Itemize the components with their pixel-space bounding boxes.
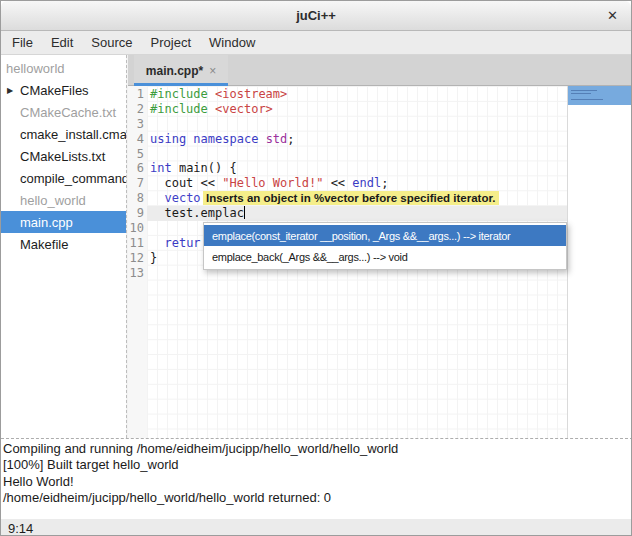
completion-item-1[interactable]: emplace_back(_Args &&__args...) --> void [204, 246, 566, 267]
code-token: std [266, 132, 288, 146]
code-line-7[interactable]: cout << "Hello World!" << endl; [147, 176, 567, 191]
code-line-5[interactable] [147, 147, 567, 162]
terminal-line: Compiling and running /home/eidheim/juci… [3, 441, 632, 457]
terminal-line: [100%] Built target hello_world [3, 457, 632, 473]
code-token [208, 102, 215, 116]
minimap-code-mark [571, 90, 597, 91]
code-token [208, 87, 215, 101]
code-line-3[interactable] [147, 117, 567, 132]
sidebar-item-helloworld[interactable]: helloworld [1, 57, 126, 79]
sidebar-item-label: CMakeCache.txt [20, 105, 116, 120]
sidebar-item-hello-world[interactable]: hello_world [1, 189, 126, 211]
line-number: 3 [128, 117, 147, 132]
code-line-2[interactable]: #include <vector> [147, 102, 567, 117]
tab-main-cpp[interactable]: main.cpp* × [134, 55, 228, 86]
tab-label: main.cpp* [146, 64, 203, 78]
minimap-code-mark [571, 93, 591, 94]
sidebar-item-label: Makefile [20, 237, 68, 252]
code-token: int [150, 161, 172, 175]
menu-bar: FileEditSourceProjectWindow [1, 31, 631, 55]
tab-close-icon[interactable]: × [209, 64, 216, 78]
code-token: cout << [150, 176, 222, 190]
sidebar-item-compile-commands-json[interactable]: compile_commands.json [1, 167, 126, 189]
sidebar-item-label: CMakeFiles [20, 83, 89, 98]
close-icon[interactable]: ✕ [607, 9, 618, 23]
sidebar-item-label: compile_commands.json [20, 171, 126, 186]
minimap-code-mark [571, 99, 603, 100]
terminal-line: Hello World! [3, 474, 632, 490]
code-line-4[interactable]: using namespace std; [147, 132, 567, 147]
minimap[interactable] [567, 86, 632, 438]
code-token: <iostream> [215, 87, 287, 101]
code-token: #include [150, 102, 208, 116]
code-token: endl [352, 176, 381, 190]
cursor-position: 9:14 [8, 521, 33, 536]
code-token: using [150, 132, 186, 146]
line-number-gutter: 12345678910111213 [128, 86, 147, 438]
line-number: 11 [128, 236, 147, 251]
sidebar-item-main-cpp[interactable]: main.cpp [1, 211, 126, 233]
app-window: juCi++ ✕ FileEditSourceProjectWindow hel… [0, 0, 632, 536]
file-tree[interactable]: helloworld▶CMakeFilesCMakeCache.txtcmake… [1, 55, 126, 438]
sidebar-item-makefile[interactable]: Makefile [1, 233, 126, 255]
line-number: 6 [128, 161, 147, 176]
sidebar-item-label: CMakeLists.txt [20, 149, 105, 164]
sidebar-item-cmake-install-cmake[interactable]: cmake_install.cmake [1, 123, 126, 145]
completion-popup[interactable]: emplace(const_iterator __position, _Args… [203, 222, 567, 270]
sidebar-item-label: helloworld [6, 61, 65, 76]
code-token [150, 191, 164, 205]
completion-item-0[interactable]: emplace(const_iterator __position, _Args… [204, 225, 566, 246]
window-title: juCi++ [296, 8, 336, 23]
line-number: 8 [128, 191, 147, 206]
sidebar-item-label: hello_world [20, 193, 86, 208]
code-token: << [323, 176, 352, 190]
sidebar-item-label: cmake_install.cmake [20, 127, 126, 142]
terminal-line: /home/eidheim/jucipp/hello_world/hello_w… [3, 490, 632, 506]
sidebar-item-label: main.cpp [20, 215, 73, 230]
sidebar-item-cmakelists-txt[interactable]: CMakeLists.txt [1, 145, 126, 167]
line-number: 12 [128, 251, 147, 266]
code-line-6[interactable]: int main() { [147, 161, 567, 176]
line-number: 1 [128, 87, 147, 102]
minimap-visible-region[interactable] [568, 86, 632, 105]
code-token: test.emplac [150, 206, 244, 220]
line-number: 5 [128, 147, 147, 162]
code-line-1[interactable]: #include <iostream> [147, 87, 567, 102]
code-token: namespace [193, 132, 258, 146]
tab-bar: main.cpp* × [128, 55, 632, 86]
code-token [150, 236, 164, 250]
expander-icon[interactable]: ▶ [7, 86, 13, 95]
status-bar: 9:14 [1, 519, 632, 536]
documentation-tooltip: Inserts an object in %vector before spec… [203, 191, 499, 205]
sidebar-item-cmakefiles[interactable]: ▶CMakeFiles [1, 79, 126, 101]
code-token: <vector> [215, 102, 273, 116]
code-token: retur [164, 236, 200, 250]
title-bar[interactable]: juCi++ ✕ [1, 1, 631, 31]
code-token: vecto [164, 191, 200, 205]
line-number: 9 [128, 206, 147, 221]
line-number: 13 [128, 266, 147, 281]
sidebar-item-cmakecache-txt[interactable]: CMakeCache.txt [1, 101, 126, 123]
code-line-9[interactable]: test.emplac [147, 206, 567, 221]
line-number: 7 [128, 176, 147, 191]
code-token: ; [287, 132, 294, 146]
code-token: } [150, 251, 157, 265]
menu-edit[interactable]: Edit [42, 31, 82, 54]
menu-project[interactable]: Project [142, 31, 200, 54]
text-cursor [244, 206, 245, 219]
menu-source[interactable]: Source [82, 31, 141, 54]
menu-window[interactable]: Window [200, 31, 264, 54]
code-token: ; [381, 176, 388, 190]
code-token: main() { [172, 161, 237, 175]
build-output-terminal[interactable]: Compiling and running /home/eidheim/juci… [1, 438, 632, 519]
code-token [258, 132, 265, 146]
menu-file[interactable]: File [3, 31, 42, 54]
code-token: #include [150, 87, 208, 101]
line-number: 2 [128, 102, 147, 117]
line-number: 10 [128, 221, 147, 236]
code-token: "Hello World!" [222, 176, 323, 190]
line-number: 4 [128, 132, 147, 147]
